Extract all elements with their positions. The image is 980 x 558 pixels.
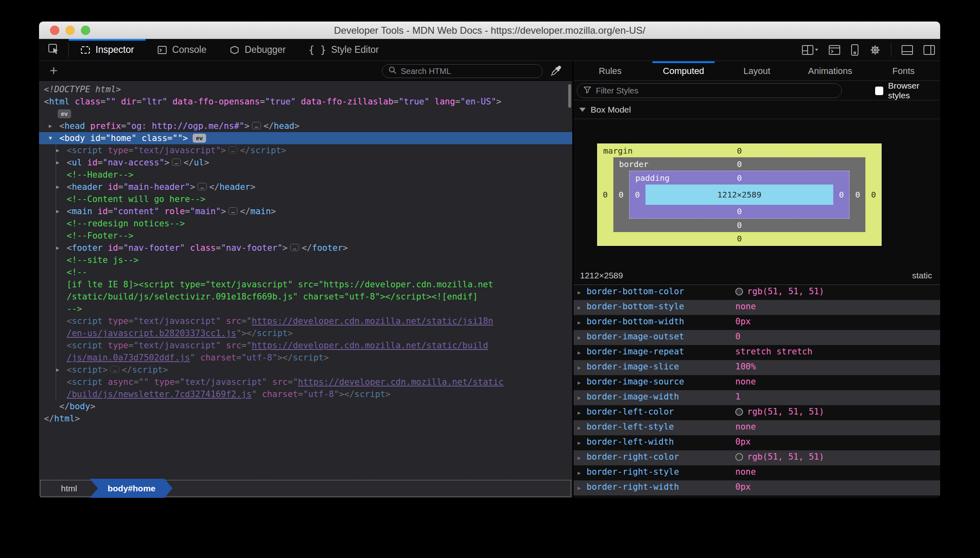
breadcrumb-item-html[interactable]: html xyxy=(39,479,89,498)
markup-line[interactable]: /build/js/newsletter.7cd3274169f2.js" ch… xyxy=(39,388,572,400)
breadcrumb-item-body[interactable]: body#home xyxy=(90,479,173,498)
tab-layout[interactable]: Layout xyxy=(720,61,793,80)
property-expand-icon[interactable]: ▶ xyxy=(578,395,581,401)
computed-property-row[interactable]: ▶border-image-repeatstretch stretch xyxy=(574,345,940,360)
markup-line[interactable]: <!--Footer--> xyxy=(39,230,572,242)
property-expand-icon[interactable]: ▶ xyxy=(578,289,581,295)
tab-debugger[interactable]: Debugger xyxy=(218,39,297,61)
border-left-value[interactable]: 0 xyxy=(619,190,624,200)
computed-property-row[interactable]: ▶border-right-colorrgb(51, 51, 51) xyxy=(574,450,940,465)
computed-property-row[interactable]: ▶border-right-stylenone xyxy=(574,465,940,480)
inline-expander-icon[interactable]: … xyxy=(198,183,206,190)
computed-property-row[interactable]: ▶border-bottom-colorrgb(51, 51, 51) xyxy=(574,285,940,300)
box-model-header[interactable]: Box Model xyxy=(574,100,940,119)
markup-line[interactable]: <script type="text/javascript" src="http… xyxy=(39,315,572,327)
tab-style-editor[interactable]: { } Style Editor xyxy=(297,39,390,61)
box-model-content[interactable]: 1212×2589 xyxy=(645,185,833,205)
markup-line[interactable]: ▶<script type="text/javascript">…</scrip… xyxy=(39,144,572,156)
border-top-value[interactable]: 0 xyxy=(737,159,742,169)
collapsed-twisty-icon[interactable]: ▶ xyxy=(56,364,59,376)
add-node-button[interactable]: + xyxy=(45,61,63,81)
markup-line[interactable]: <script type="text/javascript" src="http… xyxy=(39,339,572,352)
padding-left-value[interactable]: 0 xyxy=(635,190,640,200)
markup-line[interactable]: </html> xyxy=(39,413,572,425)
eyedropper-button[interactable] xyxy=(550,65,562,79)
computed-property-row[interactable]: ▶border-left-stylenone xyxy=(574,420,940,435)
markup-line[interactable]: <!--Content will go here--> xyxy=(39,193,572,205)
tab-animations[interactable]: Animations xyxy=(793,61,867,80)
search-html-input[interactable]: Search HTML xyxy=(382,64,543,78)
markup-line[interactable]: <!--Header--> xyxy=(39,169,572,181)
markup-line[interactable]: /static/build/js/selectivizr.091e18cf669… xyxy=(39,291,572,303)
markup-line[interactable]: ▶<header id="main-header">…</header> xyxy=(39,181,572,193)
markup-line[interactable]: /js/main.0a73d7502ddf.js" charset="utf-8… xyxy=(39,352,572,364)
minimize-button[interactable] xyxy=(65,26,75,35)
property-expand-icon[interactable]: ▶ xyxy=(578,410,581,416)
property-expand-icon[interactable]: ▶ xyxy=(578,455,581,461)
markup-line[interactable]: <script async="" type="text/javascript" … xyxy=(39,376,572,388)
markup-tree[interactable]: <!DOCTYPE html><html class="" dir="ltr" … xyxy=(39,81,572,479)
browser-styles-checkbox[interactable] xyxy=(875,87,883,95)
computed-property-row[interactable]: ▶border-image-sourcenone xyxy=(574,375,940,390)
computed-property-row[interactable]: ▶border-image-outset0 xyxy=(574,330,940,345)
tab-fonts[interactable]: Fonts xyxy=(867,61,940,80)
padding-right-value[interactable]: 0 xyxy=(839,190,844,200)
computed-property-row[interactable]: ▶border-bottom-stylenone xyxy=(574,300,940,315)
margin-right-value[interactable]: 0 xyxy=(871,190,876,200)
markup-line[interactable]: ▶<head prefix="og: http://ogp.me/ns#">…<… xyxy=(39,120,572,132)
padding-top-value[interactable]: 0 xyxy=(737,173,742,183)
dock-bottom-icon[interactable] xyxy=(901,44,913,56)
computed-property-row[interactable]: ▶border-image-slice100% xyxy=(574,360,940,375)
settings-gear-icon[interactable] xyxy=(869,44,881,56)
tab-console[interactable]: Console xyxy=(146,39,218,61)
collapsed-twisty-icon[interactable]: ▶ xyxy=(56,144,59,156)
property-expand-icon[interactable]: ▶ xyxy=(578,485,581,491)
zoom-button[interactable] xyxy=(81,26,90,35)
close-button[interactable] xyxy=(50,26,59,35)
box-model-padding[interactable]: padding 0 0 0 0 1212×2589 xyxy=(629,171,850,219)
computed-property-row[interactable]: ▶border-left-colorrgb(51, 51, 51) xyxy=(574,405,940,420)
split-console-icon[interactable] xyxy=(828,44,841,56)
property-expand-icon[interactable]: ▶ xyxy=(578,425,581,431)
collapsed-twisty-icon[interactable]: ▶ xyxy=(56,205,59,217)
border-bottom-value[interactable]: 0 xyxy=(737,220,742,230)
property-expand-icon[interactable]: ▶ xyxy=(578,304,581,310)
responsive-mode-icon[interactable] xyxy=(850,44,859,56)
border-right-value[interactable]: 0 xyxy=(855,190,860,200)
inline-expander-icon[interactable]: … xyxy=(228,207,237,215)
margin-bottom-value[interactable]: 0 xyxy=(737,234,742,243)
inline-expander-icon[interactable]: … xyxy=(252,122,261,129)
computed-property-row[interactable]: ▶border-image-width1 xyxy=(574,390,940,405)
inline-expander-icon[interactable]: … xyxy=(228,146,237,154)
event-badge[interactable]: ev xyxy=(193,134,206,143)
inline-expander-icon[interactable]: … xyxy=(290,244,299,251)
padding-bottom-value[interactable]: 0 xyxy=(737,206,742,216)
inline-expander-icon[interactable]: … xyxy=(172,158,181,166)
markup-line[interactable]: ▶<main id="content" role="main">…</main> xyxy=(39,205,572,217)
markup-line[interactable]: <!DOCTYPE html> xyxy=(39,83,572,96)
property-expand-icon[interactable]: ▶ xyxy=(578,440,581,446)
computed-property-row[interactable]: ▶border-bottom-width0px xyxy=(574,315,940,330)
markup-line[interactable]: ▶<footer id="nav-footer" class="nav-foot… xyxy=(39,242,572,254)
collapsed-twisty-icon[interactable]: ▶ xyxy=(56,242,59,254)
pick-element-button[interactable] xyxy=(39,39,68,61)
markup-line[interactable]: <!-- xyxy=(39,266,572,278)
markup-line[interactable]: <!--redesign notices--> xyxy=(39,217,572,230)
collapsed-twisty-icon[interactable]: ▶ xyxy=(56,181,59,193)
markup-line[interactable]: <!--site js--> xyxy=(39,254,572,266)
property-expand-icon[interactable]: ▶ xyxy=(578,334,581,341)
expanded-twisty-icon[interactable]: ▼ xyxy=(49,132,52,144)
markup-line-selected[interactable]: ▼<body id="home" class="">ev xyxy=(39,132,572,144)
markup-line[interactable]: [if lte IE 8]><script type="text/javascr… xyxy=(39,278,572,291)
inline-expander-icon[interactable]: … xyxy=(110,366,119,373)
property-expand-icon[interactable]: ▶ xyxy=(578,380,581,386)
box-model-margin[interactable]: margin 0 0 0 0 border 0 0 0 0 padding 0 xyxy=(597,143,882,246)
tab-inspector[interactable]: Inspector xyxy=(69,39,146,61)
markup-line[interactable]: ev xyxy=(39,108,572,120)
collapsed-twisty-icon[interactable]: ▶ xyxy=(49,120,52,132)
computed-property-row[interactable]: ▶border-left-width0px xyxy=(574,435,940,450)
property-expand-icon[interactable]: ▶ xyxy=(578,470,581,476)
tab-rules[interactable]: Rules xyxy=(574,61,647,80)
filter-styles-input[interactable]: Filter Styles xyxy=(577,83,842,98)
dock-right-icon[interactable] xyxy=(923,44,935,56)
